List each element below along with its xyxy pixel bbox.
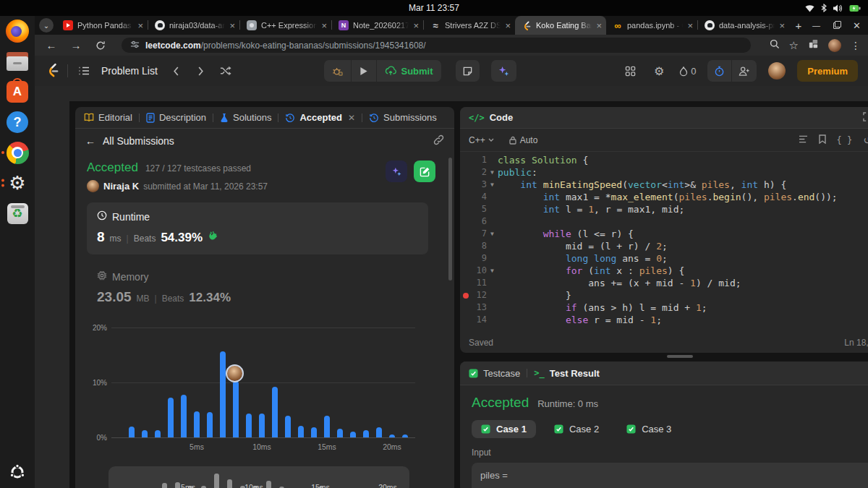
chart-bar[interactable] bbox=[389, 435, 395, 437]
case-tab-2[interactable]: Case 2 bbox=[545, 420, 608, 438]
forward-button[interactable]: → bbox=[67, 36, 85, 55]
dock-item-firefox[interactable] bbox=[0, 16, 35, 46]
all-submissions-row[interactable]: ← All Submissions bbox=[75, 129, 454, 153]
dock-item-ubuntu-launcher[interactable] bbox=[0, 459, 35, 485]
streak-counter[interactable]: 0 bbox=[679, 66, 696, 77]
chart-bar[interactable] bbox=[129, 427, 135, 437]
undo-icon[interactable]: ↺ bbox=[863, 134, 868, 146]
code-line-9[interactable]: 9 long long ans = 0; bbox=[460, 252, 868, 265]
auto-save-toggle[interactable]: Auto bbox=[509, 135, 538, 145]
code-line-11[interactable]: 11 ans += (x + mid - 1) / mid; bbox=[460, 277, 868, 289]
panel-tab-description[interactable]: Description bbox=[146, 112, 206, 123]
tab-close-icon[interactable]: × bbox=[137, 21, 143, 30]
chart-bar[interactable] bbox=[259, 414, 265, 437]
close-tab-icon[interactable]: ✕ bbox=[348, 113, 355, 123]
chart-bar[interactable] bbox=[363, 430, 369, 437]
tab-close-icon[interactable]: × bbox=[779, 21, 785, 30]
chart-bar[interactable] bbox=[285, 416, 291, 437]
browser-menu-icon[interactable]: ⋮ bbox=[851, 40, 861, 51]
browser-tab-3[interactable]: C++ Expression Tre× bbox=[240, 16, 331, 35]
prev-problem-icon[interactable] bbox=[168, 62, 185, 80]
browser-tab-4[interactable]: NNote_20260217_21× bbox=[332, 16, 423, 35]
tab-close-icon[interactable]: × bbox=[505, 21, 511, 30]
code-line-2[interactable]: 2▼public: bbox=[460, 166, 868, 179]
chart-brush-minimap[interactable]: 5ms10ms15ms20ms bbox=[109, 466, 409, 488]
submit-button[interactable]: Submit bbox=[377, 60, 441, 82]
browser-tab-8[interactable]: data-analysis-practi× bbox=[698, 16, 789, 35]
tab-search-button[interactable]: ⌄ bbox=[39, 18, 54, 33]
dock-item-app-center[interactable]: A bbox=[0, 77, 35, 107]
brackets-icon[interactable]: { } bbox=[837, 135, 853, 145]
tab-testcase[interactable]: Testcase bbox=[469, 368, 520, 379]
copy-link-icon[interactable] bbox=[433, 134, 444, 147]
settings-gear-icon[interactable]: ⚙ bbox=[650, 62, 668, 80]
problem-list-icon[interactable] bbox=[75, 62, 93, 80]
system-tray[interactable] bbox=[805, 0, 861, 16]
bookmark-icon[interactable] bbox=[819, 134, 826, 146]
code-line-1[interactable]: 1class Solution { bbox=[460, 154, 868, 166]
zoom-icon[interactable] bbox=[770, 39, 780, 52]
tab-test-result[interactable]: >_ Test Result bbox=[534, 368, 600, 379]
author-name[interactable]: Niraja K bbox=[103, 181, 139, 192]
chart-bar[interactable] bbox=[220, 351, 226, 437]
code-line-12[interactable]: 12 } bbox=[460, 289, 868, 301]
fold-chevron-icon[interactable]: ▼ bbox=[487, 265, 498, 277]
panel-drag-handle[interactable] bbox=[667, 355, 693, 358]
tab-close-icon[interactable]: × bbox=[229, 21, 235, 30]
chart-bar[interactable] bbox=[350, 432, 356, 437]
input-value-box[interactable]: piles = bbox=[472, 463, 868, 488]
apps-grid-icon[interactable] bbox=[621, 62, 639, 80]
leetcode-logo[interactable] bbox=[45, 61, 60, 81]
code-line-5[interactable]: 5 int l = 1, r = max1, mid; bbox=[460, 203, 868, 215]
fold-chevron-icon[interactable]: ▼ bbox=[487, 179, 498, 191]
chart-bar[interactable] bbox=[324, 416, 330, 437]
next-problem-icon[interactable] bbox=[192, 62, 210, 80]
chart-bar[interactable] bbox=[402, 435, 408, 437]
premium-button[interactable]: Premium bbox=[797, 60, 858, 82]
chart-bar[interactable] bbox=[246, 414, 252, 437]
fullscreen-icon[interactable] bbox=[863, 111, 868, 124]
shuffle-icon[interactable] bbox=[217, 62, 234, 80]
memory-block[interactable]: Memory 23.05 MB | Beats 12.34% bbox=[87, 270, 428, 305]
tab-close-icon[interactable]: × bbox=[413, 21, 419, 30]
dock-item-trash[interactable]: ♻ bbox=[0, 198, 35, 228]
browser-tab-7[interactable]: ∞pandas.ipynb - Cola× bbox=[606, 16, 697, 35]
chart-bar[interactable] bbox=[181, 395, 187, 437]
breakpoint-icon[interactable] bbox=[460, 293, 471, 299]
tab-close-icon[interactable]: × bbox=[687, 21, 693, 30]
system-clock[interactable]: Mar 11 23:57 bbox=[409, 3, 459, 13]
reload-button[interactable] bbox=[91, 36, 110, 55]
browser-tab-5[interactable]: ≈Strivers A2Z DSA Co× bbox=[424, 16, 515, 35]
timer-button[interactable] bbox=[707, 60, 731, 82]
chart-bar[interactable] bbox=[298, 426, 304, 437]
run-button[interactable] bbox=[352, 60, 376, 82]
code-editor[interactable]: 1class Solution {2▼public:3▼ int minEati… bbox=[460, 152, 868, 333]
tab-close-icon[interactable]: × bbox=[596, 21, 602, 30]
runtime-card[interactable]: Runtime 8 ms | Beats 54.39% bbox=[87, 202, 428, 254]
code-line-13[interactable]: 13 if (ans > h) l = mid + 1; bbox=[460, 301, 868, 314]
new-tab-button[interactable]: + bbox=[789, 16, 808, 35]
fold-chevron-icon[interactable]: ▼ bbox=[487, 166, 498, 179]
dock-item-chrome[interactable] bbox=[0, 137, 35, 168]
debug-button[interactable] bbox=[324, 60, 351, 82]
restore-button[interactable] bbox=[833, 22, 840, 29]
problem-list-label[interactable]: Problem List bbox=[101, 65, 158, 77]
bookmark-star-icon[interactable]: ☆ bbox=[789, 39, 799, 52]
left-panel-scrollbar[interactable] bbox=[448, 158, 452, 281]
browser-tab-6[interactable]: Koko Eating Banana× bbox=[515, 16, 606, 35]
invite-button[interactable] bbox=[732, 60, 757, 82]
edit-solution-button[interactable] bbox=[414, 160, 435, 182]
close-window-button[interactable]: ✕ bbox=[853, 20, 861, 31]
chart-bar[interactable] bbox=[168, 398, 174, 437]
back-arrow-icon[interactable]: ← bbox=[85, 135, 95, 147]
code-line-10[interactable]: 10▼ for (int x : piles) { bbox=[460, 265, 868, 277]
case-tab-1[interactable]: Case 1 bbox=[472, 420, 536, 438]
code-line-3[interactable]: 3▼ int minEatingSpeed(vector<int>& piles… bbox=[460, 179, 868, 191]
panel-tab-submissions[interactable]: Submissions bbox=[369, 112, 437, 123]
browser-tab-2[interactable]: niraja03/data-analy× bbox=[148, 16, 239, 35]
all-submissions-label[interactable]: All Submissions bbox=[103, 135, 174, 147]
code-line-6[interactable]: 6 bbox=[460, 215, 868, 228]
chart-bar[interactable] bbox=[207, 412, 213, 437]
notes-button[interactable] bbox=[456, 60, 480, 82]
chart-bar[interactable] bbox=[155, 430, 161, 437]
